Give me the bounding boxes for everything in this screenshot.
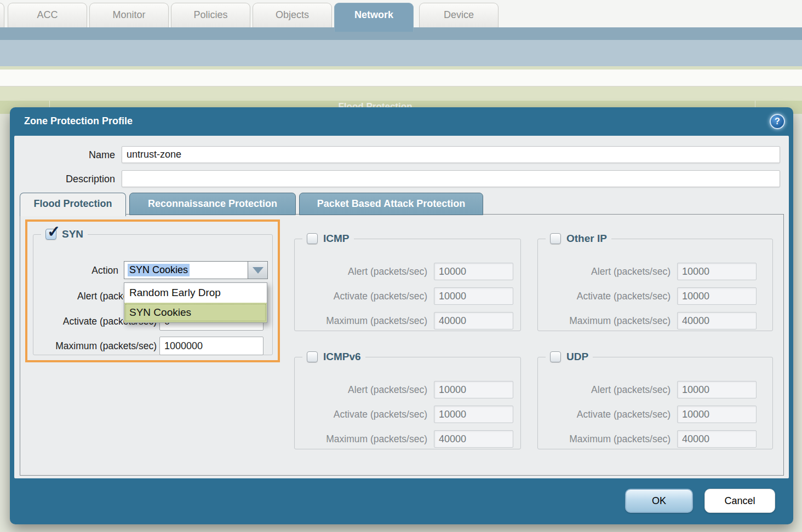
app-tab-device[interactable]: Device <box>419 3 499 27</box>
other-ip-checkbox[interactable] <box>550 233 561 244</box>
icmpv6-group: ICMPv6 Alert (packets/sec)10000 Activate… <box>294 351 521 449</box>
syn-checkbox[interactable] <box>45 229 56 240</box>
toolbar-strip <box>0 70 802 86</box>
other-ip-activate-label: Activate (packets/sec) <box>538 291 671 302</box>
icmp-checkbox[interactable] <box>307 233 318 244</box>
icmp-maximum-input[interactable]: 40000 <box>434 312 513 329</box>
icmp-activate-input[interactable]: 10000 <box>434 287 513 305</box>
dropdown-option-syn-cookies[interactable]: SYN Cookies <box>124 303 267 322</box>
other-ip-group: Other IP Alert (packets/sec)10000 Activa… <box>537 233 773 331</box>
action-dropdown-button[interactable] <box>248 261 268 279</box>
app-tab-network[interactable]: Network <box>334 3 414 32</box>
udp-alert-label: Alert (packets/sec) <box>538 384 671 396</box>
tab-flood-protection[interactable]: Flood Protection <box>20 193 126 216</box>
other-ip-legend: Other IP <box>546 233 611 245</box>
udp-maximum-label: Maximum (packets/sec) <box>538 433 671 445</box>
dropdown-option-random-early-drop[interactable]: Random Early Drop <box>124 283 267 303</box>
app-tab-partial[interactable] <box>0 3 4 27</box>
udp-group-title: UDP <box>566 351 588 363</box>
icmpv6-alert-input[interactable]: 10000 <box>434 381 513 398</box>
other-ip-alert-input[interactable]: 10000 <box>677 263 757 280</box>
icmp-maximum-label: Maximum (packets/sec) <box>295 315 427 327</box>
icmp-alert-input[interactable]: 10000 <box>434 263 513 280</box>
dialog-body: Name untrust-zone Description Flood Prot… <box>14 136 789 478</box>
icmpv6-maximum-input[interactable]: 40000 <box>434 430 513 448</box>
action-dropdown-list: Random Early Drop SYN Cookies <box>124 282 267 323</box>
name-input[interactable]: untrust-zone <box>122 146 780 163</box>
icmp-legend: ICMP <box>302 233 354 245</box>
description-label: Description <box>14 171 115 187</box>
app-tab-policies[interactable]: Policies <box>171 3 250 27</box>
icmpv6-group-title: ICMPv6 <box>323 351 361 363</box>
app-tab-acc[interactable]: ACC <box>8 3 87 27</box>
icmpv6-legend: ICMPv6 <box>302 351 365 363</box>
flood-protection-panel: SYN Action SYN Cookies Alert (packets/se… <box>20 214 784 476</box>
syn-maximum-label: Maximum (packets/sec) <box>33 340 157 352</box>
icmp-alert-label: Alert (packets/sec) <box>295 266 427 277</box>
screen: Flood Protection ACC Monitor Policies Ob… <box>0 0 802 532</box>
other-ip-maximum-input[interactable]: 40000 <box>677 312 757 329</box>
action-combobox-value[interactable]: SYN Cookies <box>124 261 248 279</box>
icmp-activate-label: Activate (packets/sec) <box>295 291 427 302</box>
icmpv6-checkbox[interactable] <box>307 351 318 362</box>
cancel-button[interactable]: Cancel <box>704 489 775 513</box>
udp-group: UDP Alert (packets/sec)10000 Activate (p… <box>537 351 773 449</box>
other-ip-group-title: Other IP <box>566 233 607 245</box>
udp-maximum-input[interactable]: 40000 <box>677 430 757 448</box>
help-icon[interactable]: ? <box>770 114 785 129</box>
zone-protection-profile-dialog: Zone Protection Profile ? Name untrust-z… <box>10 107 793 524</box>
other-ip-activate-input[interactable]: 10000 <box>677 287 757 305</box>
page-background-top <box>0 86 802 101</box>
other-ip-maximum-label: Maximum (packets/sec) <box>538 315 671 327</box>
tab-packet-based-attack-protection[interactable]: Packet Based Attack Protection <box>299 193 483 215</box>
app-tab-objects[interactable]: Objects <box>253 3 332 27</box>
icmpv6-activate-label: Activate (packets/sec) <box>295 409 427 420</box>
icmp-group: ICMP Alert (packets/sec)10000 Activate (… <box>294 233 521 331</box>
syn-maximum-row: Maximum (packets/sec) 1000000 <box>33 337 273 355</box>
udp-alert-input[interactable]: 10000 <box>677 381 757 398</box>
app-tab-monitor[interactable]: Monitor <box>89 3 169 27</box>
syn-group-title: SYN <box>62 228 83 240</box>
chevron-down-icon <box>253 267 263 274</box>
action-label: Action <box>33 265 118 276</box>
syn-maximum-input[interactable]: 1000000 <box>159 337 263 355</box>
udp-activate-input[interactable]: 10000 <box>677 406 757 423</box>
syn-action-row: Action SYN Cookies <box>33 261 273 280</box>
icmp-group-title: ICMP <box>323 233 350 245</box>
name-label: Name <box>14 147 115 163</box>
ok-button[interactable]: OK <box>625 489 693 513</box>
udp-activate-label: Activate (packets/sec) <box>538 409 671 420</box>
icmpv6-activate-input[interactable]: 10000 <box>434 406 513 423</box>
syn-group: SYN Action SYN Cookies Alert (packets/se… <box>33 228 273 355</box>
other-ip-alert-label: Alert (packets/sec) <box>538 266 671 277</box>
action-selected-text: SYN Cookies <box>128 264 190 276</box>
nav-bar-light <box>0 40 802 66</box>
syn-legend: SYN <box>41 228 88 240</box>
udp-checkbox[interactable] <box>550 351 561 362</box>
icmpv6-alert-label: Alert (packets/sec) <box>295 384 427 396</box>
udp-legend: UDP <box>546 351 593 363</box>
description-input[interactable] <box>122 170 780 187</box>
tab-reconnaissance-protection[interactable]: Reconnaissance Protection <box>129 193 296 215</box>
icmpv6-maximum-label: Maximum (packets/sec) <box>295 433 427 445</box>
action-combobox[interactable]: SYN Cookies <box>124 261 268 279</box>
dialog-title: Zone Protection Profile <box>24 115 133 127</box>
